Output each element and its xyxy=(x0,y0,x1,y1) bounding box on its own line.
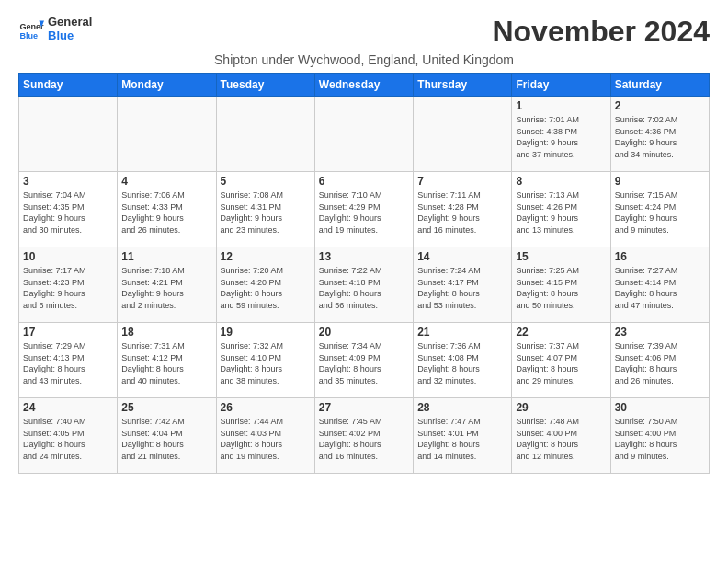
calendar-cell: 24Sunrise: 7:40 AM Sunset: 4:05 PM Dayli… xyxy=(19,398,118,474)
day-info: Sunrise: 7:01 AM Sunset: 4:38 PM Dayligh… xyxy=(516,114,606,160)
day-info: Sunrise: 7:22 AM Sunset: 4:18 PM Dayligh… xyxy=(319,265,409,311)
weekday-header-saturday: Saturday xyxy=(610,74,709,97)
day-number: 17 xyxy=(23,326,113,339)
calendar-cell: 15Sunrise: 7:25 AM Sunset: 4:15 PM Dayli… xyxy=(512,247,610,323)
day-number: 15 xyxy=(516,250,606,263)
weekday-header-thursday: Thursday xyxy=(414,74,512,97)
title-block: November 2024 xyxy=(492,15,710,49)
day-info: Sunrise: 7:45 AM Sunset: 4:02 PM Dayligh… xyxy=(319,416,409,462)
day-info: Sunrise: 7:32 AM Sunset: 4:10 PM Dayligh… xyxy=(221,340,311,386)
day-number: 22 xyxy=(516,326,606,339)
day-info: Sunrise: 7:20 AM Sunset: 4:20 PM Dayligh… xyxy=(221,265,311,311)
logo: General Blue General Blue xyxy=(18,15,92,42)
calendar-cell: 16Sunrise: 7:27 AM Sunset: 4:14 PM Dayli… xyxy=(610,247,709,323)
day-number: 10 xyxy=(23,250,113,263)
day-number: 14 xyxy=(417,250,507,263)
day-number: 8 xyxy=(516,175,606,188)
svg-text:Blue: Blue xyxy=(19,31,38,40)
calendar-cell: 20Sunrise: 7:34 AM Sunset: 4:09 PM Dayli… xyxy=(314,323,413,398)
day-info: Sunrise: 7:39 AM Sunset: 4:06 PM Dayligh… xyxy=(615,340,705,386)
weekday-header-wednesday: Wednesday xyxy=(314,74,413,97)
day-info: Sunrise: 7:08 AM Sunset: 4:31 PM Dayligh… xyxy=(221,190,311,236)
day-number: 16 xyxy=(615,250,705,263)
logo-text: General Blue xyxy=(48,15,92,42)
calendar-week-1: 1Sunrise: 7:01 AM Sunset: 4:38 PM Daylig… xyxy=(19,97,710,172)
calendar-cell: 27Sunrise: 7:45 AM Sunset: 4:02 PM Dayli… xyxy=(314,398,413,474)
weekday-header-sunday: Sunday xyxy=(19,74,118,97)
calendar-cell: 3Sunrise: 7:04 AM Sunset: 4:35 PM Daylig… xyxy=(19,172,118,247)
calendar-cell: 23Sunrise: 7:39 AM Sunset: 4:06 PM Dayli… xyxy=(610,323,709,398)
weekday-header-monday: Monday xyxy=(118,74,216,97)
day-info: Sunrise: 7:27 AM Sunset: 4:14 PM Dayligh… xyxy=(615,265,705,311)
day-info: Sunrise: 7:17 AM Sunset: 4:23 PM Dayligh… xyxy=(23,265,113,311)
day-number: 11 xyxy=(121,250,211,263)
calendar-cell: 10Sunrise: 7:17 AM Sunset: 4:23 PM Dayli… xyxy=(19,247,118,323)
calendar-cell: 30Sunrise: 7:50 AM Sunset: 4:00 PM Dayli… xyxy=(610,398,709,474)
day-number: 4 xyxy=(121,175,211,188)
calendar-cell: 8Sunrise: 7:13 AM Sunset: 4:26 PM Daylig… xyxy=(512,172,610,247)
calendar-week-5: 24Sunrise: 7:40 AM Sunset: 4:05 PM Dayli… xyxy=(19,398,710,474)
calendar-cell: 12Sunrise: 7:20 AM Sunset: 4:20 PM Dayli… xyxy=(216,247,314,323)
calendar-cell: 22Sunrise: 7:37 AM Sunset: 4:07 PM Dayli… xyxy=(512,323,610,398)
day-number: 18 xyxy=(121,326,211,339)
calendar-cell xyxy=(118,97,216,172)
day-info: Sunrise: 7:48 AM Sunset: 4:00 PM Dayligh… xyxy=(516,416,606,462)
day-info: Sunrise: 7:04 AM Sunset: 4:35 PM Dayligh… xyxy=(23,190,113,236)
calendar-week-3: 10Sunrise: 7:17 AM Sunset: 4:23 PM Dayli… xyxy=(19,247,710,323)
weekday-header-tuesday: Tuesday xyxy=(216,74,314,97)
day-number: 20 xyxy=(319,326,409,339)
calendar-cell: 7Sunrise: 7:11 AM Sunset: 4:28 PM Daylig… xyxy=(414,172,512,247)
day-number: 19 xyxy=(221,326,311,339)
day-number: 28 xyxy=(417,401,507,414)
calendar-cell: 29Sunrise: 7:48 AM Sunset: 4:00 PM Dayli… xyxy=(512,398,610,474)
calendar-cell: 14Sunrise: 7:24 AM Sunset: 4:17 PM Dayli… xyxy=(414,247,512,323)
day-info: Sunrise: 7:24 AM Sunset: 4:17 PM Dayligh… xyxy=(417,265,507,311)
day-number: 27 xyxy=(319,401,409,414)
calendar-cell: 11Sunrise: 7:18 AM Sunset: 4:21 PM Dayli… xyxy=(118,247,216,323)
day-info: Sunrise: 7:15 AM Sunset: 4:24 PM Dayligh… xyxy=(615,190,705,236)
day-info: Sunrise: 7:40 AM Sunset: 4:05 PM Dayligh… xyxy=(23,416,113,462)
day-number: 23 xyxy=(615,326,705,339)
day-info: Sunrise: 7:36 AM Sunset: 4:08 PM Dayligh… xyxy=(417,340,507,386)
calendar-cell: 5Sunrise: 7:08 AM Sunset: 4:31 PM Daylig… xyxy=(216,172,314,247)
calendar-cell: 2Sunrise: 7:02 AM Sunset: 4:36 PM Daylig… xyxy=(610,97,709,172)
calendar-cell: 19Sunrise: 7:32 AM Sunset: 4:10 PM Dayli… xyxy=(216,323,314,398)
day-info: Sunrise: 7:02 AM Sunset: 4:36 PM Dayligh… xyxy=(615,114,705,160)
calendar-cell: 26Sunrise: 7:44 AM Sunset: 4:03 PM Dayli… xyxy=(216,398,314,474)
day-number: 21 xyxy=(417,326,507,339)
day-number: 6 xyxy=(319,175,409,188)
calendar-cell: 13Sunrise: 7:22 AM Sunset: 4:18 PM Dayli… xyxy=(314,247,413,323)
day-number: 26 xyxy=(221,401,311,414)
day-info: Sunrise: 7:29 AM Sunset: 4:13 PM Dayligh… xyxy=(23,340,113,386)
day-number: 9 xyxy=(615,175,705,188)
day-info: Sunrise: 7:13 AM Sunset: 4:26 PM Dayligh… xyxy=(516,190,606,236)
day-number: 25 xyxy=(121,401,211,414)
calendar-cell: 17Sunrise: 7:29 AM Sunset: 4:13 PM Dayli… xyxy=(19,323,118,398)
calendar-cell: 9Sunrise: 7:15 AM Sunset: 4:24 PM Daylig… xyxy=(610,172,709,247)
day-info: Sunrise: 7:11 AM Sunset: 4:28 PM Dayligh… xyxy=(417,190,507,236)
page: General Blue General Blue November 2024 … xyxy=(0,0,728,483)
calendar-cell: 4Sunrise: 7:06 AM Sunset: 4:33 PM Daylig… xyxy=(118,172,216,247)
day-number: 3 xyxy=(23,175,113,188)
calendar-cell: 21Sunrise: 7:36 AM Sunset: 4:08 PM Dayli… xyxy=(414,323,512,398)
calendar-cell: 28Sunrise: 7:47 AM Sunset: 4:01 PM Dayli… xyxy=(414,398,512,474)
calendar-cell xyxy=(19,97,118,172)
day-number: 13 xyxy=(319,250,409,263)
day-info: Sunrise: 7:06 AM Sunset: 4:33 PM Dayligh… xyxy=(121,190,211,236)
calendar-table: SundayMondayTuesdayWednesdayThursdayFrid… xyxy=(18,73,710,474)
calendar-week-4: 17Sunrise: 7:29 AM Sunset: 4:13 PM Dayli… xyxy=(19,323,710,398)
day-info: Sunrise: 7:31 AM Sunset: 4:12 PM Dayligh… xyxy=(121,340,211,386)
day-info: Sunrise: 7:25 AM Sunset: 4:15 PM Dayligh… xyxy=(516,265,606,311)
day-number: 1 xyxy=(516,99,606,112)
day-info: Sunrise: 7:18 AM Sunset: 4:21 PM Dayligh… xyxy=(121,265,211,311)
day-number: 5 xyxy=(221,175,311,188)
day-number: 30 xyxy=(615,401,705,414)
weekday-header-friday: Friday xyxy=(512,74,610,97)
day-info: Sunrise: 7:42 AM Sunset: 4:04 PM Dayligh… xyxy=(121,416,211,462)
day-number: 12 xyxy=(221,250,311,263)
day-info: Sunrise: 7:34 AM Sunset: 4:09 PM Dayligh… xyxy=(319,340,409,386)
month-title: November 2024 xyxy=(492,15,710,49)
day-info: Sunrise: 7:10 AM Sunset: 4:29 PM Dayligh… xyxy=(319,190,409,236)
day-number: 29 xyxy=(516,401,606,414)
calendar-week-2: 3Sunrise: 7:04 AM Sunset: 4:35 PM Daylig… xyxy=(19,172,710,247)
